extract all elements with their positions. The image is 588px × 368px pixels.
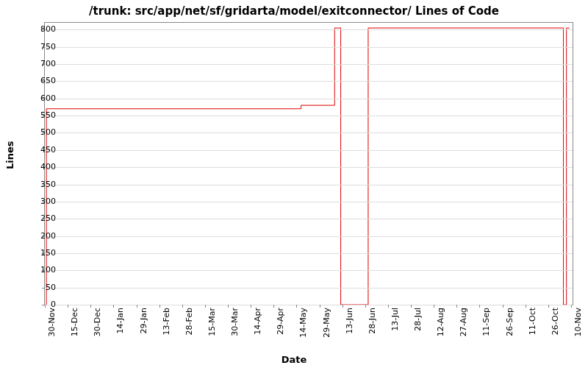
gridline-h	[45, 236, 573, 237]
ytick-label: 150	[26, 247, 56, 257]
ytick-label: 650	[26, 76, 56, 85]
xtick-mark	[182, 305, 183, 308]
xtick-mark	[205, 305, 206, 308]
xtick-label: 12-Aug	[436, 308, 445, 336]
chart-title: /trunk: src/app/net/sf/gridarta/model/ex…	[0, 4, 588, 18]
gridline-h	[45, 116, 573, 116]
xtick-mark	[456, 305, 457, 308]
series-path	[46, 28, 570, 305]
gridline-h	[45, 219, 573, 219]
xtick-mark	[228, 305, 229, 308]
gridline-h	[45, 167, 573, 168]
xtick-label: 30-Dec	[93, 308, 102, 336]
xtick-label: 26-Oct	[551, 308, 560, 335]
ytick-label: 50	[26, 282, 56, 291]
gridline-h	[45, 64, 573, 65]
ytick-label: 750	[26, 41, 56, 51]
ytick-label: 400	[26, 162, 56, 171]
xtick-label: 14-Apr	[253, 308, 262, 335]
xtick-mark	[503, 305, 503, 308]
xtick-label: 30-Mar	[230, 308, 240, 336]
ytick-label: 500	[26, 127, 56, 137]
xtick-label: 28-Jun	[368, 308, 377, 334]
xtick-mark	[320, 305, 320, 308]
xtick-mark	[343, 305, 343, 308]
xtick-mark	[479, 305, 480, 308]
xtick-label: 13-Feb	[162, 308, 171, 335]
xtick-mark	[296, 305, 297, 308]
gridline-h	[45, 29, 573, 30]
xtick-label: 10-Nov	[573, 308, 583, 336]
x-axis-label: Date	[0, 354, 588, 365]
xtick-label: 27-Aug	[459, 308, 468, 336]
xtick-mark	[434, 305, 434, 308]
xtick-mark	[273, 305, 274, 308]
y-axis-label: Lines	[4, 141, 15, 169]
xtick-mark	[571, 305, 572, 308]
xtick-mark	[548, 305, 549, 308]
ytick-label: 700	[26, 59, 56, 68]
ytick-label: 450	[26, 144, 56, 154]
xtick-label: 11-Oct	[528, 308, 537, 335]
ytick-label: 100	[26, 265, 56, 275]
gridline-h	[45, 305, 573, 305]
xtick-label: 14-May	[298, 308, 308, 338]
xtick-mark	[388, 305, 389, 308]
xtick-mark	[159, 305, 160, 308]
gridline-h	[45, 132, 573, 133]
ytick-label: 200	[26, 230, 56, 240]
xtick-mark	[411, 305, 412, 308]
gridline-h	[45, 288, 573, 289]
xtick-label: 15-Mar	[207, 308, 217, 336]
xtick-label: 26-Sep	[505, 308, 514, 336]
gridline-h	[45, 253, 573, 254]
xtick-mark	[365, 305, 366, 308]
xtick-label: 15-Dec	[70, 308, 79, 336]
xtick-label: 28-Jul	[413, 308, 423, 331]
xtick-mark	[137, 305, 137, 308]
line-series	[45, 23, 573, 305]
xtick-label: 30-Nov	[47, 308, 57, 336]
gridline-h	[45, 81, 573, 82]
ytick-label: 550	[26, 110, 56, 120]
xtick-mark	[68, 305, 68, 308]
ytick-label: 350	[26, 179, 56, 188]
gridline-h	[45, 185, 573, 185]
gridline-h	[45, 270, 573, 271]
xtick-label: 13-Jun	[345, 308, 354, 334]
ytick-label: 800	[26, 24, 56, 34]
xtick-label: 28-Feb	[184, 308, 194, 335]
ytick-label: 250	[26, 213, 56, 223]
xtick-mark	[526, 305, 526, 308]
ytick-label: 300	[26, 196, 56, 205]
xtick-label: 11-Sep	[481, 308, 491, 336]
xtick-label: 29-Apr	[276, 308, 285, 335]
xtick-label: 13-Jul	[390, 308, 400, 331]
gridline-h	[45, 99, 573, 99]
xtick-mark	[113, 305, 114, 308]
gridline-h	[45, 47, 573, 48]
xtick-mark	[251, 305, 251, 308]
ytick-label: 600	[26, 93, 56, 102]
xtick-label: 29-Jan	[139, 308, 148, 334]
loc-chart: /trunk: src/app/net/sf/gridarta/model/ex…	[0, 0, 588, 368]
gridline-h	[45, 150, 573, 151]
xtick-mark	[90, 305, 91, 308]
xtick-label: 14-Jan	[115, 308, 125, 334]
gridline-h	[45, 202, 573, 202]
plot-area	[44, 22, 573, 305]
xtick-label: 29-May	[322, 308, 331, 338]
